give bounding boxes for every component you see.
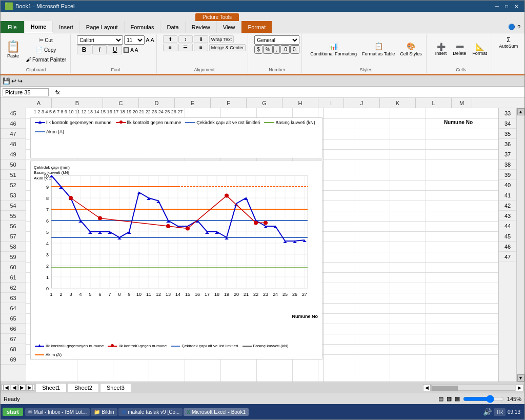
scroll-up[interactable]: ▲ <box>517 108 524 115</box>
tab-formulas[interactable]: Formulas <box>125 21 161 33</box>
row-52[interactable]: 52 <box>1 180 26 190</box>
col-header-D[interactable]: D <box>139 98 175 108</box>
row-69[interactable]: 69 <box>1 354 26 365</box>
row-58[interactable]: 58 <box>1 242 26 252</box>
taskbar-item-4[interactable]: X Microsoft Excel - Book1 <box>184 408 249 416</box>
paste-button[interactable]: 📋 Paste <box>4 35 23 63</box>
col-header-G[interactable]: G <box>247 98 282 108</box>
hscroll-track[interactable] <box>431 385 515 391</box>
hscroll-thumb[interactable] <box>432 386 458 391</box>
align-bottom[interactable]: ⬇ <box>194 35 208 43</box>
col-header-L[interactable]: L <box>416 98 452 108</box>
col-header-M[interactable]: M <box>452 98 472 108</box>
sheet-tab-3[interactable]: Sheet3 <box>100 383 131 392</box>
vertical-scrollbar[interactable]: ▲ ▼ <box>516 108 524 382</box>
taskbar-icons[interactable]: 🔊 <box>483 408 492 416</box>
tab-insert[interactable]: Insert <box>53 21 80 33</box>
row-47[interactable]: 47 <box>1 129 26 139</box>
qa-undo[interactable]: ↩ <box>11 77 16 85</box>
row-48[interactable]: 48 <box>1 139 26 149</box>
tab-data[interactable]: Data <box>160 21 185 33</box>
copy-button[interactable]: 📄 Copy <box>24 45 68 54</box>
underline-button[interactable]: U <box>108 45 122 54</box>
font-family-select[interactable]: Calibri <box>77 35 123 45</box>
sheet-prev[interactable]: ◀ <box>11 384 18 391</box>
sheet-next[interactable]: ▶ <box>18 384 26 391</box>
autosum-button[interactable]: Σ AutoSum <box>498 35 519 50</box>
percent-button[interactable]: % <box>263 45 273 54</box>
view-break[interactable]: ▩ <box>455 395 460 402</box>
comma-button[interactable]: , <box>273 45 280 54</box>
taskbar-item-1[interactable]: ✉ Mail - Inbox - IBM Lot... <box>25 408 90 416</box>
row-55[interactable]: 55 <box>1 211 26 221</box>
format-as-table-button[interactable]: 📋 Format as Table <box>360 35 397 63</box>
align-right[interactable]: ≡ <box>194 44 208 51</box>
row-49[interactable]: 49 <box>1 149 26 159</box>
chart2[interactable]: Çekirdek çapı (mm)Basınç kuvveti (kN)Akı… <box>30 161 322 359</box>
row-45[interactable]: 45 <box>1 108 26 118</box>
window-controls[interactable]: ─ □ ✕ <box>493 4 520 9</box>
sheet-first[interactable]: |◀ <box>2 384 10 391</box>
wrap-text-button[interactable]: Wrap Text <box>209 35 234 43</box>
sheet-nav-buttons[interactable]: |◀ ◀ ▶ ▶| <box>1 384 35 391</box>
col-header-A[interactable]: A <box>26 98 52 108</box>
tab-page-layout[interactable]: Page Layout <box>80 21 125 33</box>
row-57[interactable]: 57 <box>1 231 26 242</box>
font-size-select[interactable]: 11 <box>124 35 145 45</box>
merge-center-button[interactable]: Merge & Center <box>209 44 246 51</box>
view-page[interactable]: ▦ <box>447 395 452 402</box>
scroll-down[interactable]: ▼ <box>517 374 524 382</box>
row-67[interactable]: 67 <box>1 334 26 344</box>
col-header-I[interactable]: I <box>318 98 344 108</box>
col-header-F[interactable]: F <box>211 98 247 108</box>
align-center[interactable]: ☰ <box>178 44 193 51</box>
row-66[interactable]: 66 <box>1 324 26 334</box>
tab-format[interactable]: Format <box>241 21 272 33</box>
col-header-H[interactable]: H <box>282 98 318 108</box>
row-46[interactable]: 46 <box>1 118 26 129</box>
row-62[interactable]: 62 <box>1 283 26 293</box>
scroll-track[interactable] <box>517 115 524 374</box>
row-54[interactable]: 54 <box>1 201 26 211</box>
format-button[interactable]: 📐 Format <box>470 35 490 63</box>
increase-decimal[interactable]: .0 <box>280 45 290 54</box>
function-button[interactable]: fx <box>53 89 62 95</box>
sheet-tab-1[interactable]: Sheet1 <box>35 383 67 392</box>
number-format-select[interactable]: General <box>254 35 299 45</box>
row-68[interactable]: 68 <box>1 344 26 354</box>
decrease-decimal[interactable]: 0. <box>290 45 299 54</box>
taskbar-item-2[interactable]: 📁 Bildiri <box>91 408 117 416</box>
row-59[interactable]: 59 <box>1 252 26 262</box>
conditional-formatting-button[interactable]: 📊 Conditional Formatting <box>308 35 359 63</box>
format-painter-button[interactable]: 🖌 Format Painter <box>24 55 68 64</box>
italic-button[interactable]: I <box>92 45 107 54</box>
align-left[interactable]: ≡ <box>163 44 177 51</box>
start-button[interactable]: start <box>3 408 23 416</box>
delete-button[interactable]: ➖ Delete <box>450 35 469 63</box>
tab-view[interactable]: View <box>217 21 242 33</box>
formula-input[interactable] <box>64 89 522 96</box>
view-normal[interactable]: ▤ <box>438 395 443 402</box>
chart1[interactable]: İlk kontrolü geçemeyen numune İlk kontro… <box>30 117 322 158</box>
horizontal-scrollbar[interactable]: ◀ ▶ <box>422 384 524 392</box>
insert-button[interactable]: ➕ Insert <box>433 35 450 63</box>
col-header-K[interactable]: K <box>380 98 416 108</box>
cut-button[interactable]: ✂ Cut <box>24 35 68 45</box>
tab-review[interactable]: Review <box>186 21 217 33</box>
row-61[interactable]: 61 <box>1 272 26 283</box>
align-top[interactable]: ⬆ <box>163 35 177 43</box>
sheet-tab-2[interactable]: Sheet2 <box>68 383 99 392</box>
row-64[interactable]: 64 <box>1 303 26 313</box>
row-51[interactable]: 51 <box>1 170 26 180</box>
align-middle[interactable]: ↕ <box>178 35 193 43</box>
tab-file[interactable]: File <box>1 21 25 33</box>
taskbar-item-3[interactable]: W makale taslak v9 [Co... <box>118 408 183 416</box>
tab-home[interactable]: Home <box>25 21 53 33</box>
col-header-B[interactable]: B <box>52 98 103 108</box>
currency-button[interactable]: $ <box>254 45 262 54</box>
col-header-E[interactable]: E <box>175 98 211 108</box>
row-60[interactable]: 60 <box>1 262 26 272</box>
name-box[interactable] <box>3 88 49 96</box>
cell-styles-button[interactable]: 🎨 Cell Styles <box>398 35 424 63</box>
col-header-C[interactable]: C <box>103 98 139 108</box>
